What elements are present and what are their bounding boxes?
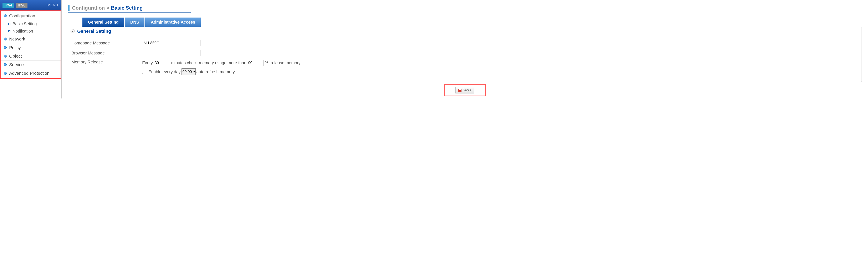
bullet-icon bbox=[4, 72, 7, 75]
save-icon bbox=[458, 89, 462, 92]
nav-tree: Configuration Basic Setting Notification… bbox=[0, 10, 61, 79]
breadcrumb-sep: > bbox=[106, 5, 109, 11]
memory-minutes-input[interactable] bbox=[154, 60, 170, 66]
nav-item-network[interactable]: Network bbox=[1, 35, 61, 44]
memory-percent-input[interactable] bbox=[247, 60, 264, 66]
tab-administrative-access[interactable]: Administrative Access bbox=[145, 18, 201, 27]
panel-body: Homepage Message Browser Message Memory … bbox=[68, 36, 862, 82]
enable-auto-refresh-checkbox[interactable] bbox=[142, 70, 146, 74]
tab-dns[interactable]: DNS bbox=[125, 18, 145, 27]
row-homepage-message: Homepage Message bbox=[71, 38, 858, 48]
bullet-icon bbox=[4, 15, 7, 17]
panel-header: ▸ General Setting bbox=[68, 27, 862, 36]
mem-text-every: Every bbox=[142, 60, 153, 65]
ipv6-toggle[interactable]: IPv6 bbox=[16, 3, 28, 8]
panel-title: General Setting bbox=[77, 29, 111, 34]
nav-subitem-notification[interactable]: Notification bbox=[8, 28, 61, 35]
square-bullet-icon bbox=[8, 30, 10, 32]
nav-sublist-configuration: Basic Setting Notification bbox=[1, 20, 61, 35]
memory-line-1: Every minutes check memory usage more th… bbox=[142, 60, 858, 66]
general-setting-panel: ▸ General Setting Homepage Message Brows… bbox=[68, 27, 862, 82]
nav-item-label: Service bbox=[9, 62, 24, 67]
breadcrumb-root: Configuration bbox=[72, 5, 105, 11]
row-memory-release: Memory Release Every minutes check memor… bbox=[71, 58, 858, 77]
memory-release-label: Memory Release bbox=[71, 60, 142, 64]
bullet-icon bbox=[4, 37, 7, 41]
breadcrumb-current: Basic Setting bbox=[111, 5, 143, 11]
bullet-icon bbox=[4, 46, 7, 49]
browser-message-label: Browser Message bbox=[71, 51, 142, 55]
nav-item-policy[interactable]: Policy bbox=[1, 44, 61, 52]
tab-bar: General Setting DNS Administrative Acces… bbox=[83, 18, 862, 27]
ipv4-toggle[interactable]: IPv4 bbox=[2, 3, 14, 8]
mem-text-release: %, release memory bbox=[265, 60, 300, 65]
breadcrumb-accent bbox=[68, 5, 69, 11]
memory-line-2: Enable every day 00:00 auto refresh memo… bbox=[142, 69, 858, 75]
nav-item-label: Configuration bbox=[9, 14, 35, 18]
save-row: Save bbox=[68, 84, 862, 97]
square-bullet-icon bbox=[8, 23, 10, 25]
sidebar-header: IPv4 IPv6 MENU bbox=[0, 0, 61, 10]
breadcrumb: Configuration > Basic Setting bbox=[68, 5, 191, 12]
nav-item-service[interactable]: Service bbox=[1, 60, 61, 69]
browser-message-input[interactable] bbox=[142, 50, 200, 56]
nav-item-configuration[interactable]: Configuration bbox=[1, 12, 61, 20]
nav-item-label: Policy bbox=[9, 45, 21, 50]
menu-label: MENU bbox=[48, 3, 58, 7]
nav-subitem-label: Notification bbox=[12, 29, 33, 34]
nav-item-advanced-protection[interactable]: Advanced Protection bbox=[1, 69, 61, 77]
save-button[interactable]: Save bbox=[456, 87, 474, 94]
row-browser-message: Browser Message bbox=[71, 48, 858, 58]
save-button-label: Save bbox=[463, 88, 472, 92]
nav-subitem-label: Basic Setting bbox=[12, 22, 37, 26]
sidebar: IPv4 IPv6 MENU Configuration Basic Setti… bbox=[0, 0, 62, 99]
auto-refresh-time-select[interactable]: 00:00 bbox=[182, 69, 196, 75]
nav-item-label: Object bbox=[9, 54, 22, 59]
mem-enable-label: Enable every day bbox=[148, 70, 181, 74]
mem-text-check: minutes check memory usage more than bbox=[171, 60, 246, 65]
bullet-icon bbox=[4, 63, 7, 66]
collapse-icon[interactable]: ▸ bbox=[70, 29, 75, 33]
nav-item-label: Advanced Protection bbox=[9, 71, 50, 76]
save-highlight-box: Save bbox=[444, 84, 486, 97]
main-content: Configuration > Basic Setting General Se… bbox=[62, 0, 868, 99]
tab-general-setting[interactable]: General Setting bbox=[83, 18, 124, 27]
mem-text-autorefresh: auto refresh memory bbox=[196, 70, 235, 74]
nav-item-label: Network bbox=[9, 36, 25, 42]
nav-item-object[interactable]: Object bbox=[1, 52, 61, 60]
homepage-message-input[interactable] bbox=[142, 39, 200, 46]
homepage-message-label: Homepage Message bbox=[71, 41, 142, 46]
bullet-icon bbox=[4, 55, 7, 58]
nav-subitem-basic-setting[interactable]: Basic Setting bbox=[8, 20, 61, 28]
